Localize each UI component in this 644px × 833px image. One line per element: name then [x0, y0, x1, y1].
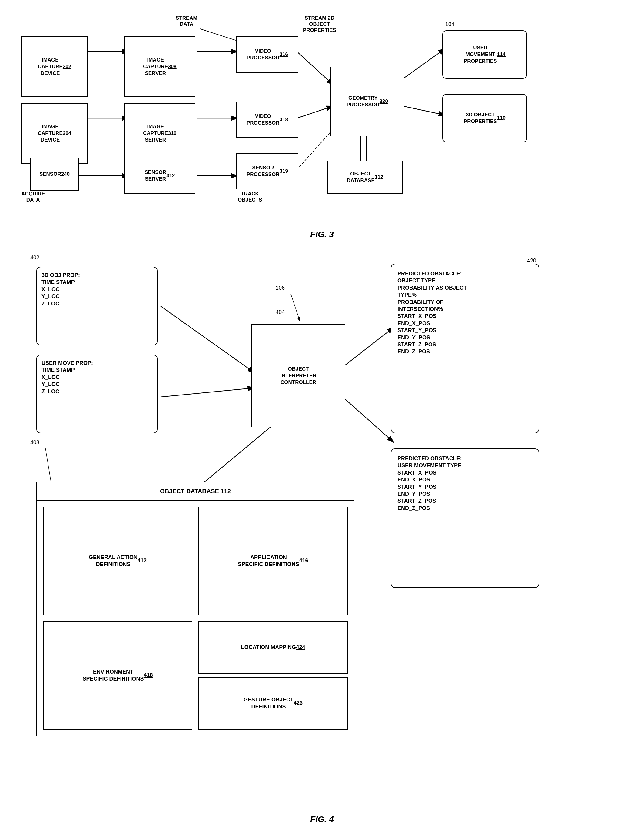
svg-line-9	[403, 48, 445, 79]
ref-404: 404	[276, 309, 285, 315]
sp-319: SENSORPROCESSOR319	[236, 153, 299, 190]
fig3-arrows	[12, 12, 632, 243]
svg-line-18	[161, 388, 254, 397]
vp-316: VIDEOPROCESSOR316	[236, 36, 299, 73]
diagram-container: STREAMDATA STREAM 2DOBJECTPROPERTIES ACQ…	[0, 0, 644, 833]
ics-308: IMAGECAPTURESERVER 308	[124, 36, 195, 97]
sensor-server-312: SENSORSERVER312	[124, 158, 195, 194]
oic-404: OBJECTINTERPRETERCONTROLLER	[251, 324, 345, 427]
obj-3d-prop: 3D OBJ PROP:TIME STAMPX_LOCY_LOCZ_LOC	[36, 267, 157, 346]
ref-106: 106	[276, 285, 285, 291]
lm-424: LOCATION MAPPING424	[198, 621, 348, 674]
fig4-label: FIG. 4	[310, 815, 334, 824]
gp-320: GEOMETRYPROCESSOR320	[330, 67, 405, 137]
predicted-2: PREDICTED OBSTACLE:USER MOVEMENT TYPESTA…	[391, 449, 539, 588]
vp-318: VIDEOPROCESSOR318	[236, 101, 299, 138]
svg-line-6	[297, 51, 333, 85]
svg-line-19	[339, 327, 394, 370]
svg-line-17	[161, 306, 254, 373]
god-426: GESTURE OBJECTDEFINITIONS 426	[198, 677, 348, 730]
ref-403: 403	[30, 439, 39, 446]
objdb-112-fig3: OBJECTDATABASE 112	[327, 161, 403, 194]
obj-110: 3D OBJECTPROPERTIES110	[442, 94, 527, 142]
ics-310: IMAGECAPTURESERVER 310	[124, 103, 195, 164]
svg-line-22	[45, 449, 51, 485]
fig4-area: 402 403 106 404 420 422 3D OBJ PROP:TIME…	[12, 254, 632, 830]
gad-412: GENERAL ACTIONDEFINITIONS 412	[43, 507, 192, 615]
acquire-data-label: ACQUIREDATA	[21, 191, 45, 203]
stream-2d-label: STREAM 2DOBJECTPROPERTIES	[303, 15, 336, 33]
svg-line-13	[200, 29, 243, 42]
asd-416: APPLICATIONSPECIFIC DEFINITIONS416	[198, 507, 348, 615]
user-move-prop: USER MOVE PROP:TIME STAMPX_LOCY_LOCZ_LOC	[36, 355, 157, 433]
ref-104: 104	[445, 21, 454, 27]
fig3-label: FIG. 3	[310, 230, 334, 240]
ref-420: 420	[527, 257, 536, 264]
icd-204: IMAGECAPTUREDEVICE 204	[21, 103, 88, 164]
icd-202: IMAGECAPTUREDEVICE 202	[21, 36, 88, 97]
stream-data-label: STREAMDATA	[176, 15, 198, 27]
track-objects-label: TRACKOBJECTS	[238, 191, 262, 203]
svg-line-20	[339, 394, 394, 442]
ump-114: USERMOVEMENTPROPERTIES114	[442, 30, 527, 79]
sensor-240: SENSOR240	[30, 158, 79, 191]
svg-line-10	[403, 106, 445, 115]
objdb-112-fig4: OBJECT DATABASE 112 GENERAL ACTIONDEFINI…	[36, 482, 355, 737]
fig3-area: STREAMDATA STREAM 2DOBJECTPROPERTIES ACQ…	[12, 12, 632, 243]
ref-402: 402	[30, 254, 39, 261]
predicted-1: PREDICTED OBSTACLE:OBJECT TYPEPROBABILIT…	[391, 264, 539, 433]
esd-418: ENVIRONMENTSPECIFIC DEFINITIONS418	[43, 621, 192, 730]
svg-line-23	[291, 294, 300, 321]
svg-line-7	[297, 106, 333, 118]
